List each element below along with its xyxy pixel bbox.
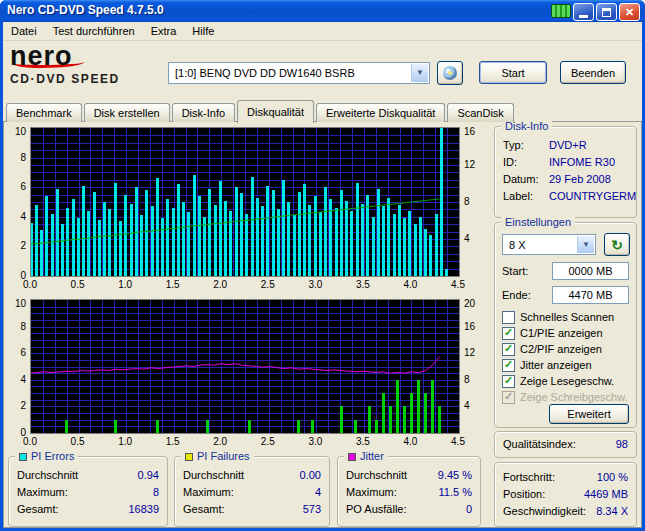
- checkbox-icon: [502, 327, 515, 340]
- max-value: 11.5 %: [439, 486, 472, 498]
- checkbox-zeige-lesegeschw[interactable]: Zeige Lesegeschw.: [502, 374, 614, 388]
- scan-start-label: Start:: [502, 265, 528, 277]
- max-value: 8: [153, 486, 159, 498]
- total-value: 16839: [128, 503, 159, 515]
- pie-chart-left-axis: 1086420: [8, 127, 29, 277]
- quality-index-value: 98: [616, 438, 628, 450]
- eject-disc-button[interactable]: [437, 61, 463, 85]
- maximize-button[interactable]: [596, 3, 617, 21]
- menu-extra[interactable]: Extra: [143, 22, 185, 41]
- position-label: Position:: [503, 488, 545, 500]
- checkbox-icon: [502, 391, 515, 404]
- scan-end-field[interactable]: 4470 MB: [552, 286, 629, 304]
- avg-value: 0.94: [138, 469, 159, 481]
- checkbox-label: Zeige Lesegeschw.: [520, 375, 614, 387]
- progress-panel: Fortschritt:100 % Position:4469 MB Gesch…: [494, 462, 637, 527]
- pie-chart-plot: [30, 127, 460, 277]
- pie-quality-chart: 1086420 161284 0.00.51.01.52.02.53.03.54…: [8, 127, 492, 292]
- chevron-down-icon[interactable]: ▼: [411, 64, 428, 82]
- pif-jitter-chart: 1086420 20161284 0.00.51.01.52.02.53.03.…: [8, 299, 492, 450]
- checkbox-label: Zeige Schreibgeschw.: [520, 391, 628, 403]
- titlebar[interactable]: Nero CD-DVD Speed 4.7.5.0 ✕: [0, 0, 645, 22]
- battery-icon: [551, 4, 571, 18]
- settings-title: Einstellungen: [501, 215, 575, 229]
- checkbox-icon: [502, 311, 515, 324]
- checkbox-c2-pif-anzeigen[interactable]: C2/PIF anzeigen: [502, 342, 602, 356]
- quality-index-panel: Qualitätsindex: 98: [494, 431, 637, 458]
- max-label: Maximum:: [17, 486, 68, 498]
- speed-label: Geschwindigkeit:: [503, 505, 586, 517]
- checkbox-label: C2/PIF anzeigen: [520, 343, 602, 355]
- max-value: 4: [315, 486, 321, 498]
- checkbox-label: Jitter anzeigen: [520, 359, 592, 371]
- jitter-title: Jitter: [360, 450, 384, 462]
- scan-start-field[interactable]: 0000 MB: [552, 262, 629, 280]
- minimize-button[interactable]: [573, 3, 594, 21]
- disk-type-label: Typ:: [503, 139, 524, 151]
- cdvd-speed-logo-text: CD·DVD SPEED: [10, 72, 160, 86]
- disk-type-value: DVD+R: [549, 139, 587, 151]
- maximize-icon: [602, 8, 611, 17]
- menu-datei[interactable]: Datei: [3, 22, 45, 41]
- pif-chart-right-axis: 20161284: [461, 299, 487, 434]
- pi-failures-title: PI Failures: [197, 450, 250, 462]
- checkbox-label: C1/PIE anzeigen: [520, 327, 603, 339]
- menu-hilfe[interactable]: Hilfe: [184, 22, 222, 41]
- max-label: Maximum:: [346, 486, 397, 498]
- refresh-button[interactable]: ↻: [604, 233, 630, 256]
- tab-disk-info[interactable]: Disk-Info: [172, 103, 235, 122]
- menubar: Datei Test durchführen Extra Hilfe: [3, 22, 642, 41]
- scan-end-label: Ende:: [502, 289, 531, 301]
- tab-scandisk[interactable]: ScanDisk: [447, 103, 513, 122]
- tabstrip: Benchmark Disk erstellen Disk-Info Diskq…: [6, 101, 516, 122]
- total-label: Gesamt:: [183, 503, 225, 515]
- jitter-panel: Jitter Durchschnitt9.45 % Maximum:11.5 %…: [337, 456, 481, 527]
- checkbox-icon: [502, 375, 515, 388]
- progress-value: 100 %: [597, 471, 628, 483]
- pif-chart-plot: [30, 299, 460, 434]
- start-button[interactable]: Start: [479, 61, 547, 84]
- pif-chart-left-axis: 1086420: [8, 299, 29, 434]
- tab-disk-erstellen[interactable]: Disk erstellen: [84, 103, 170, 122]
- advanced-button[interactable]: Erweitert: [549, 404, 629, 424]
- quality-index-label: Qualitätsindex:: [503, 438, 576, 450]
- pie-chart-right-axis: 161284: [461, 127, 487, 277]
- checkbox-c1-pie-anzeigen[interactable]: C1/PIE anzeigen: [502, 326, 603, 340]
- checkbox-icon: [502, 359, 515, 372]
- speed-selector[interactable]: 8 X ▼: [502, 234, 596, 255]
- total-label: Gesamt:: [17, 503, 59, 515]
- menu-test-durchfuehren[interactable]: Test durchführen: [45, 22, 143, 41]
- pi-errors-title: PI Errors: [31, 450, 74, 462]
- checkbox-jitter-anzeigen[interactable]: Jitter anzeigen: [502, 358, 592, 372]
- chevron-down-icon[interactable]: ▼: [577, 236, 594, 253]
- disk-id-value: INFOME R30: [549, 156, 615, 168]
- window-title: Nero CD-DVD Speed 4.7.5.0: [7, 3, 164, 17]
- disk-date-value: 29 Feb 2008: [549, 173, 611, 185]
- speed-selector-value: 8 X: [509, 239, 526, 251]
- checkbox-zeige-schreibgeschw: Zeige Schreibgeschw.: [502, 390, 628, 404]
- drive-selector[interactable]: [1:0] BENQ DVD DD DW1640 BSRB ▼: [168, 62, 430, 84]
- avg-value: 9.45 %: [438, 469, 472, 481]
- minimize-icon: [579, 15, 588, 18]
- pi-errors-panel: PI Errors Durchschnitt0.94 Maximum:8 Ges…: [8, 456, 168, 527]
- pif-chart-x-axis: 0.00.51.01.52.02.53.03.54.04.5: [30, 435, 460, 448]
- close-button[interactable]: ✕: [619, 3, 640, 21]
- avg-label: Durchschnitt: [346, 469, 407, 481]
- tab-diskqualitaet[interactable]: Diskqualität: [237, 100, 314, 123]
- pi-errors-legend-swatch: [19, 453, 27, 461]
- progress-label: Fortschritt:: [503, 471, 555, 483]
- po-failures-value: 0: [466, 503, 472, 515]
- app-window: Nero CD-DVD Speed 4.7.5.0 ✕ Datei Test d…: [0, 0, 645, 531]
- nero-logo-text: nero: [10, 43, 160, 69]
- jitter-legend-swatch: [348, 453, 356, 461]
- max-label: Maximum:: [183, 486, 234, 498]
- avg-label: Durchschnitt: [17, 469, 78, 481]
- disk-label-value: COUNTRYGERM: [549, 190, 636, 202]
- tab-erweiterte-diskqualitaet[interactable]: Erweiterte Diskqualität: [316, 103, 445, 122]
- tab-benchmark[interactable]: Benchmark: [6, 103, 82, 122]
- exit-button[interactable]: Beenden: [560, 61, 626, 84]
- total-value: 573: [303, 503, 321, 515]
- disc-icon: [443, 66, 457, 80]
- checkbox-schnelles-scannen[interactable]: Schnelles Scannen: [502, 310, 614, 324]
- checkbox-icon: [502, 343, 515, 356]
